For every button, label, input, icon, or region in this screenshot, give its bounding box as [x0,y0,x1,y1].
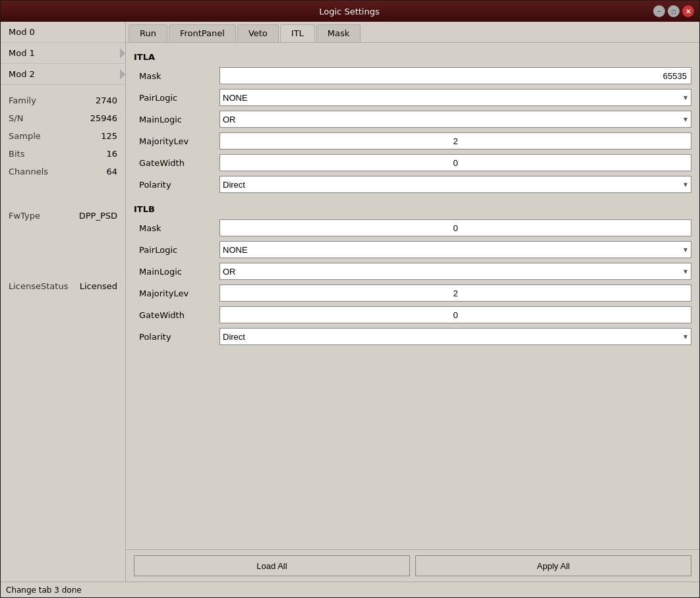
itla-mask-row: Mask [134,67,691,84]
titlebar: Logic Settings − □ ✕ [1,1,699,22]
itla-gatewidth-input[interactable] [219,154,691,171]
sidebar-tab-mod2[interactable]: Mod 2 [1,64,125,85]
itlb-mainlogic-wrapper: OR AND MAJORITY [219,263,691,280]
apply-all-button[interactable]: Apply All [415,555,691,576]
tab-veto[interactable]: Veto [237,24,279,42]
bottom-buttons: Load All Apply All [126,549,699,582]
sidebar: Mod 0 Mod 1 Mod 2 Family 2740 S/N 25946 [1,22,126,582]
itla-mainlogic-label: MainLogic [134,115,219,124]
load-all-button[interactable]: Load All [134,555,410,576]
itlb-majoritylev-label: MajorityLev [134,288,219,298]
tab-bar: Run FrontPanel Veto ITL Mask [126,22,699,43]
itlb-gatewidth-row: GateWidth [134,306,691,323]
itla-polarity-row: Polarity Direct Inverted [134,176,691,193]
sidebar-tab-mod1[interactable]: Mod 1 [1,43,125,64]
itlb-mainlogic-row: MainLogic OR AND MAJORITY [134,263,691,280]
itla-gatewidth-label: GateWidth [134,158,219,168]
itla-section-label: ITLA [134,51,691,63]
itla-pairlogic-wrapper: NONE AND OR [219,89,691,106]
itlb-gatewidth-label: GateWidth [134,310,219,320]
tab-itl[interactable]: ITL [280,24,315,42]
statusbar: Change tab 3 done [1,582,699,597]
itlb-mask-row: Mask [134,219,691,236]
itla-mainlogic-row: MainLogic OR AND MAJORITY [134,111,691,128]
itla-majoritylev-label: MajorityLev [134,136,219,146]
content-spacer [134,350,691,541]
itla-polarity-select[interactable]: Direct Inverted [219,176,691,193]
itlb-majoritylev-input[interactable] [219,285,691,302]
sidebar-info-sn: S/N 25946 [1,109,125,127]
right-panel: Run FrontPanel Veto ITL Mask ITLA [126,22,699,582]
itla-gatewidth-row: GateWidth [134,154,691,171]
itlb-mainlogic-select[interactable]: OR AND MAJORITY [219,263,691,280]
itlb-polarity-row: Polarity Direct Inverted [134,328,691,345]
itla-mainlogic-wrapper: OR AND MAJORITY [219,111,691,128]
itla-pairlogic-select[interactable]: NONE AND OR [219,89,691,106]
itlb-mainlogic-label: MainLogic [134,267,219,277]
sidebar-info-sample: Sample 125 [1,127,125,145]
itlb-pairlogic-select[interactable]: NONE AND OR [219,241,691,258]
sidebar-info-licensestatus: LicenseStatus Licensed [1,277,125,295]
itla-pairlogic-label: PairLogic [134,93,219,103]
main-content: Mod 0 Mod 1 Mod 2 Family 2740 S/N 25946 [1,22,699,582]
tab-mask[interactable]: Mask [316,24,361,42]
itlb-majoritylev-row: MajorityLev [134,285,691,302]
itlb-mask-label: Mask [134,223,219,233]
main-window: Logic Settings − □ ✕ Mod 0 Mod 1 Mod 2 [0,0,700,598]
itla-polarity-label: Polarity [134,180,219,190]
tab-run[interactable]: Run [129,24,167,42]
itlb-pairlogic-label: PairLogic [134,245,219,255]
window-title: Logic Settings [45,7,653,16]
itla-mask-label: Mask [134,71,219,81]
itlb-mask-input[interactable] [219,219,691,236]
itlb-gatewidth-input[interactable] [219,306,691,323]
content-area: ITLA Mask PairLogic NONE AND OR [126,43,699,547]
itlb-pairlogic-wrapper: NONE AND OR [219,241,691,258]
minimize-button[interactable]: − [653,5,665,17]
itla-pairlogic-row: PairLogic NONE AND OR [134,89,691,106]
itla-polarity-wrapper: Direct Inverted [219,176,691,193]
sidebar-info-channels: Channels 64 [1,163,125,180]
sidebar-info-fwtype: FwType DPP_PSD [1,207,125,225]
close-button[interactable]: ✕ [682,5,694,17]
itla-majoritylev-row: MajorityLev [134,132,691,150]
itla-majoritylev-input[interactable] [219,132,691,150]
itlb-polarity-select[interactable]: Direct Inverted [219,328,691,345]
status-message: Change tab 3 done [6,585,82,595]
sidebar-info-family: Family 2740 [1,92,125,109]
sidebar-info-bits: Bits 16 [1,145,125,163]
itlb-section-label: ITLB [134,203,691,215]
itlb-polarity-wrapper: Direct Inverted [219,328,691,345]
itla-mainlogic-select[interactable]: OR AND MAJORITY [219,111,691,128]
itla-mask-input[interactable] [219,67,691,84]
sidebar-info: Family 2740 S/N 25946 Sample 125 Bits 16… [1,92,125,295]
sidebar-tab-list: Mod 0 Mod 1 Mod 2 [1,22,125,85]
tab-frontpanel[interactable]: FrontPanel [169,24,236,42]
sidebar-tab-mod0[interactable]: Mod 0 [1,22,125,43]
itlb-pairlogic-row: PairLogic NONE AND OR [134,241,691,258]
maximize-button[interactable]: □ [668,5,680,17]
itlb-polarity-label: Polarity [134,332,219,342]
window-controls: − □ ✕ [653,5,694,17]
